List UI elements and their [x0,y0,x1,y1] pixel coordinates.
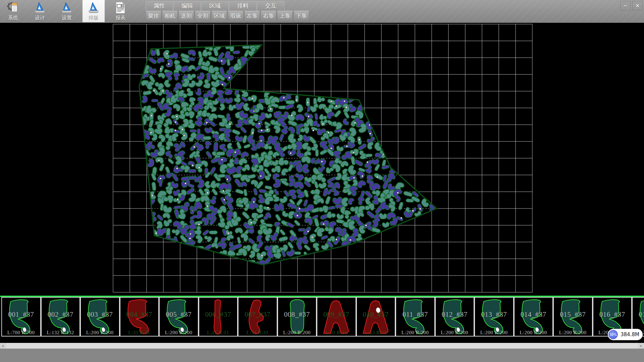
tab-label: 设置 [62,15,72,20]
piece-name: 008_#37 [278,310,316,319]
scroll-right-button[interactable]: › [638,343,644,349]
tool-snap-right[interactable]: 右靠 [261,11,276,21]
piece-lr-count: L:200 R:200 [396,330,434,336]
tool-cut-all[interactable]: 全割 [195,11,211,21]
piece-thumbnail[interactable]: 003_#37L:200 R:200 [80,297,120,337]
set-square-icon [87,1,100,14]
minimize-button[interactable]: ─ [620,1,631,10]
piece-lr-count: L:200 R:200 [515,330,553,336]
piece-strip: 001_#37L:700 R:700002_#37L:132 R:132003_… [0,296,644,343]
tab-design[interactable]: 设计 [29,0,51,22]
piece-name: 001_#37 [2,310,40,319]
piece-lr-count: L:200 R:200 [475,330,513,336]
status-bar [0,349,644,362]
tab-layout[interactable]: 排版 [83,0,105,22]
menu-interact[interactable]: 交互 [257,1,284,11]
piece-lr-count: L:21 R:21 [199,330,237,336]
tab-label: 排版 [89,15,99,20]
piece-name: 015_#37 [554,310,592,319]
tool-snap-left[interactable]: 左靠 [244,11,260,21]
ribbon-tools: 聚排相机选割全割区域瑕疵左靠右靠上靠下靠 [146,11,309,21]
piece-lr-count: L:31 R:31 [238,330,277,336]
tab-label: 报表 [115,15,125,20]
menu-edit[interactable]: 编辑 [173,1,201,11]
piece-name: 002_#37 [42,310,80,319]
tab-settings[interactable]: 设置 [56,0,78,22]
menu-properties[interactable]: 属性 [146,1,173,11]
gear-papers-icon [6,1,20,14]
window-controls: ─ ✕ [620,1,643,10]
piece-thumbnail[interactable]: 014_#37L:200 R:200 [514,297,553,337]
set-square-icon [33,1,47,14]
memory-usage: 384.8M [621,331,639,338]
piece-thumbnail[interactable]: 015_#37L:200 R:200 [553,297,593,337]
piece-name: 013_#37 [475,310,513,319]
piece-name: 017_#37 [633,310,644,319]
close-button[interactable]: ✕ [632,1,643,10]
ribbon: 系统设计设置排版报表 属性编辑区域排料交互 聚排相机选割全割区域瑕疵左靠右靠上靠… [0,0,644,23]
horizontal-scrollbar[interactable]: ‹ › [0,343,644,349]
tool-snap-up[interactable]: 上靠 [277,11,293,21]
tab-label: 系统 [8,15,18,20]
piece-thumbnail[interactable]: 010_#37L:33 R:33 [356,297,396,337]
piece-name: 006_#37 [199,310,237,319]
nesting-canvas[interactable] [0,23,644,296]
piece-lr-count: L:200 R:200 [436,330,474,336]
piece-thumbnail[interactable]: 001_#37L:700 R:700 [1,297,41,337]
nesting-drawing [0,23,644,296]
piece-lr-count: L:31 R:31 [120,330,159,336]
tab-label: 设计 [35,15,45,20]
tool-camera[interactable]: 相机 [162,11,178,21]
tab-system[interactable]: 系统 [2,0,24,22]
tool-snap-down[interactable]: 下靠 [293,11,309,21]
tab-report[interactable]: 报表 [109,0,131,22]
ribbon-menus: 属性编辑区域排料交互 [146,1,284,11]
piece-name: 007_#37 [238,310,277,319]
piece-thumbnail[interactable]: 009_#37L:32 R:31 [317,297,356,337]
menu-region[interactable]: 区域 [201,1,229,11]
piece-thumbnail[interactable]: 012_#37L:200 R:200 [435,297,475,337]
piece-lr-count: L:200 R:200 [278,330,316,336]
tool-cluster-nest[interactable]: 聚排 [146,11,161,21]
piece-thumbnail[interactable]: 013_#37L:200 R:200 [474,297,514,337]
menu-nesting[interactable]: 排料 [229,1,257,11]
piece-lr-count: L:200 R:200 [160,330,198,336]
piece-lr-count: L:32 R:31 [317,330,356,336]
tool-select-cut[interactable]: 选割 [178,11,194,21]
piece-name: 012_#37 [436,310,474,319]
piece-thumbnail[interactable]: 011_#37L:200 R:200 [395,297,435,337]
piece-thumbnail[interactable]: 004_#37L:31 R:31 [120,297,159,337]
piece-lr-count: L:132 R:132 [42,330,80,336]
tool-zone[interactable]: 区域 [211,11,227,21]
piece-name: 004_#37 [120,310,159,319]
piece-name: 010_#37 [357,310,395,319]
piece-thumbnail[interactable]: 008_#37L:200 R:200 [277,297,317,337]
piece-name: 014_#37 [515,310,553,319]
piece-name: 011_#37 [396,310,434,319]
report-icon [114,1,127,14]
piece-name: 005_#37 [160,310,198,319]
piece-thumbnail[interactable]: 007_#37L:31 R:31 [238,297,277,337]
piece-name: 016_#37 [593,310,632,319]
piece-lr-count: L:33 R:33 [357,330,395,336]
piece-name: 003_#37 [81,310,119,319]
tool-defect[interactable]: 瑕疵 [228,11,244,21]
piece-lr-count: L:200 R:200 [554,330,592,336]
piece-lr-count: L:200 R:200 [81,330,119,336]
scroll-left-button[interactable]: ‹ [0,343,6,349]
status-pill: 38% 384.8M [608,329,643,340]
piece-lr-count: L:700 R:700 [2,330,40,336]
piece-name: 009_#37 [317,310,356,319]
progress-badge: 38% [608,330,618,339]
ribbon-big-buttons: 系统设计设置排版报表 [2,0,131,22]
piece-thumbnail[interactable]: 005_#37L:200 R:200 [159,297,199,337]
set-square-icon [60,1,73,14]
piece-strip-cells: 001_#37L:700 R:700002_#37L:132 R:132003_… [1,297,644,337]
piece-thumbnail[interactable]: 002_#37L:132 R:132 [41,297,80,337]
piece-thumbnail[interactable]: 006_#37L:21 R:21 [199,297,238,337]
